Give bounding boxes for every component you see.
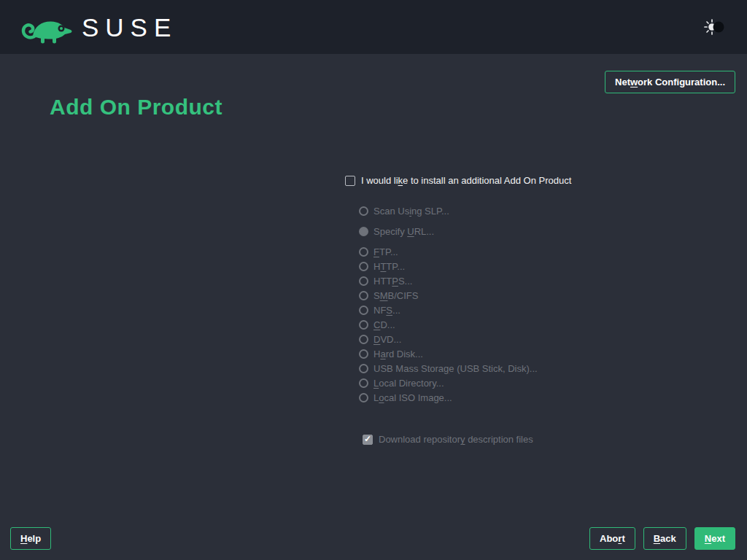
radio-label: Specify URL...	[374, 226, 434, 237]
radio-scan-slp[interactable]: Scan Using SLP...	[359, 203, 571, 218]
radio-label: NFS...	[374, 305, 400, 316]
radio-smb-cifs[interactable]: SMB/CIFS	[359, 288, 571, 303]
radio-label: Local Directory...	[374, 378, 444, 389]
radio-label: Hard Disk...	[374, 349, 423, 359]
radio-label: HTTP...	[374, 261, 405, 272]
radio-label: DVD...	[374, 334, 401, 345]
radio-ftp[interactable]: FTP...	[359, 244, 571, 259]
brand-wordmark: SUSE	[82, 15, 177, 40]
radio-circle-icon	[359, 349, 368, 359]
back-button[interactable]: Back	[643, 527, 686, 550]
topbar: SUSE	[0, 0, 747, 54]
radio-circle-icon	[359, 364, 368, 373]
radio-circle-icon	[359, 291, 368, 300]
radio-hard-disk[interactable]: Hard Disk...	[359, 346, 571, 361]
radio-label: FTP...	[374, 246, 398, 257]
install-addon-checkbox-box	[345, 176, 355, 186]
radio-circle-icon	[359, 335, 368, 344]
install-addon-checkbox[interactable]: I would like to install an additional Ad…	[345, 174, 571, 187]
radio-label: USB Mass Storage (USB Stick, Disk)...	[374, 363, 538, 374]
download-descriptions-checkbox-label: Download repository description files	[379, 434, 533, 445]
radio-circle-icon	[359, 378, 368, 388]
download-descriptions-checkbox-box	[363, 435, 373, 445]
wizard-footer: Help Abort Back Next	[10, 527, 735, 550]
suse-logo: SUSE	[20, 10, 177, 44]
help-button[interactable]: Help	[10, 527, 51, 550]
suse-chameleon-icon	[20, 10, 74, 44]
radio-usb-mass-storage[interactable]: USB Mass Storage (USB Stick, Disk)...	[359, 361, 571, 376]
theme-toggle-button[interactable]	[703, 18, 727, 36]
install-addon-checkbox-label: I would like to install an additional Ad…	[361, 175, 571, 186]
radio-local-directory[interactable]: Local Directory...	[359, 376, 571, 390]
radio-circle-icon	[359, 227, 368, 236]
radio-label: Local ISO Image...	[374, 392, 452, 403]
addon-form: I would like to install an additional Ad…	[345, 174, 571, 446]
abort-button[interactable]: Abort	[589, 527, 635, 550]
radio-specify-url[interactable]: Specify URL...	[359, 224, 571, 238]
radio-local-iso-image[interactable]: Local ISO Image...	[359, 390, 571, 405]
download-descriptions-checkbox[interactable]: Download repository description files	[363, 433, 571, 446]
radio-label: SMB/CIFS	[374, 290, 418, 301]
radio-circle-icon	[359, 320, 368, 330]
network-configuration-button[interactable]: Network Configuration...	[605, 71, 735, 93]
next-button[interactable]: Next	[694, 527, 735, 550]
radio-circle-icon	[359, 306, 368, 315]
radio-nfs[interactable]: NFS...	[359, 303, 571, 317]
page-title: Add On Product	[50, 93, 222, 122]
radio-dvd[interactable]: DVD...	[359, 332, 571, 346]
radio-circle-icon	[359, 206, 368, 216]
radio-cd[interactable]: CD...	[359, 317, 571, 332]
radio-label: Scan Using SLP...	[374, 206, 449, 217]
radio-http[interactable]: HTTP...	[359, 259, 571, 273]
radio-https[interactable]: HTTPS...	[359, 273, 571, 288]
radio-circle-icon	[359, 262, 368, 271]
sun-moon-icon	[703, 18, 727, 36]
radio-circle-icon	[359, 276, 368, 286]
source-type-radio-group: Scan Using SLP... Specify URL... FTP... …	[359, 203, 571, 405]
radio-label: CD...	[374, 319, 395, 330]
radio-circle-icon	[359, 393, 368, 402]
radio-label: HTTPS...	[374, 276, 412, 287]
radio-circle-icon	[359, 247, 368, 257]
